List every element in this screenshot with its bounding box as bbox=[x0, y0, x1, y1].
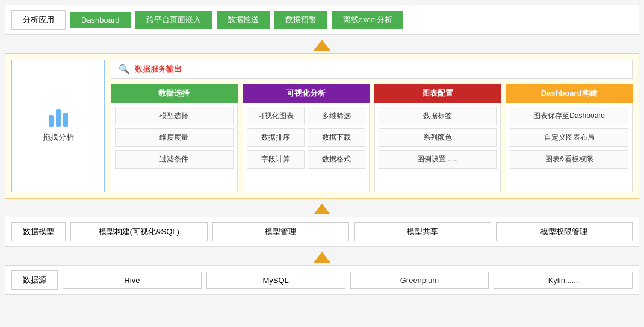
search-output-label: 数据服务输出 bbox=[135, 64, 182, 75]
data-select-item-2[interactable]: 过滤条件 bbox=[115, 150, 234, 169]
viz-analysis-items-grid: 可视化图表 多维筛选 数据排序 数据下载 字段计算 数据格式 bbox=[247, 107, 365, 169]
row2-right: 🔍 数据服务输出 数据选择 模型选择 维度度量 过滤条件 可视化分析 bbox=[111, 60, 633, 192]
data-select-item-0[interactable]: 模型选择 bbox=[115, 107, 234, 125]
chart-config-item-1[interactable]: 系列颜色 bbox=[379, 128, 497, 147]
col-data-select: 数据选择 模型选择 维度度量 过滤条件 bbox=[111, 84, 238, 192]
model-item-3[interactable]: 模型权限管理 bbox=[496, 222, 633, 241]
viz-item-2[interactable]: 数据排序 bbox=[247, 128, 305, 147]
cross-platform-btn[interactable]: 跨平台页面嵌入 bbox=[135, 11, 212, 29]
model-item-2[interactable]: 模型共享 bbox=[354, 222, 491, 241]
arrow-row-3 bbox=[5, 249, 639, 265]
arrow-up-icon-2 bbox=[314, 204, 330, 214]
dashboard-build-item-2[interactable]: 图表&看板权限 bbox=[510, 150, 628, 169]
arrow-row-2 bbox=[5, 201, 639, 217]
datasource-item-2[interactable]: Greenplum bbox=[350, 272, 489, 289]
drag-analysis-box[interactable]: 拖拽分析 bbox=[11, 60, 105, 192]
viz-item-4[interactable]: 字段计算 bbox=[247, 150, 305, 169]
datasource-item-0[interactable]: Hive bbox=[63, 272, 202, 289]
viz-item-1[interactable]: 多维筛选 bbox=[308, 107, 365, 125]
row4-data-source: 数据源 Hive MySQL Greenplum Kylin...... bbox=[5, 265, 639, 295]
col-data-select-header: 数据选择 bbox=[111, 84, 238, 103]
model-item-1[interactable]: 模型管理 bbox=[212, 222, 350, 241]
col-chart-config-header: 图表配置 bbox=[374, 84, 501, 103]
datasource-item-3[interactable]: Kylin...... bbox=[494, 272, 633, 289]
drag-icon bbox=[49, 109, 68, 127]
col-chart-config-body: 数据标签 系列颜色 图例设置...... bbox=[374, 103, 501, 192]
col-viz-analysis-body: 可视化图表 多维筛选 数据排序 数据下载 字段计算 数据格式 bbox=[243, 103, 370, 192]
search-icon: 🔍 bbox=[119, 64, 130, 75]
col-chart-config: 图表配置 数据标签 系列颜色 图例设置...... bbox=[374, 84, 501, 192]
col-dashboard-build: Dashboard构建 图表保存至Dashboard 自定义图表布局 图表&看板… bbox=[506, 84, 633, 192]
col-grid: 数据选择 模型选择 维度度量 过滤条件 可视化分析 可视化图表 多维筛选 数 bbox=[111, 84, 633, 192]
col-viz-analysis-header: 可视化分析 bbox=[243, 84, 370, 103]
main-container: 分析应用 Dashboard 跨平台页面嵌入 数据推送 数据预警 离线excel… bbox=[0, 0, 644, 302]
dashboard-btn[interactable]: Dashboard bbox=[70, 12, 131, 28]
arrow-up-icon-3 bbox=[314, 252, 330, 263]
offline-excel-btn[interactable]: 离线excel分析 bbox=[332, 11, 403, 29]
row2-drag-analysis: 拖拽分析 🔍 数据服务输出 数据选择 模型选择 维度度量 过滤条件 bbox=[5, 53, 639, 199]
col-data-select-body: 模型选择 维度度量 过滤条件 bbox=[111, 103, 238, 192]
row3-data-model: 数据模型 模型构建(可视化&SQL) 模型管理 模型共享 模型权限管理 bbox=[5, 217, 639, 247]
drag-label: 拖拽分析 bbox=[43, 132, 74, 143]
data-model-label: 数据模型 bbox=[11, 222, 66, 241]
data-source-label: 数据源 bbox=[11, 270, 58, 290]
viz-item-3[interactable]: 数据下载 bbox=[308, 128, 365, 147]
datasource-item-1[interactable]: MySQL bbox=[206, 272, 345, 289]
data-warning-btn[interactable]: 数据预警 bbox=[274, 11, 327, 29]
row1-analysis-app: 分析应用 Dashboard 跨平台页面嵌入 数据推送 数据预警 离线excel… bbox=[5, 5, 639, 35]
model-item-0[interactable]: 模型构建(可视化&SQL) bbox=[70, 222, 208, 241]
col-dashboard-build-body: 图表保存至Dashboard 自定义图表布局 图表&看板权限 bbox=[506, 103, 633, 192]
col-dashboard-build-header: Dashboard构建 bbox=[506, 84, 633, 103]
analysis-app-label: 分析应用 bbox=[11, 10, 66, 30]
chart-config-item-0[interactable]: 数据标签 bbox=[379, 107, 497, 125]
data-select-item-1[interactable]: 维度度量 bbox=[115, 128, 234, 147]
search-bar: 🔍 数据服务输出 bbox=[111, 60, 633, 79]
viz-item-5[interactable]: 数据格式 bbox=[308, 150, 365, 169]
arrow-row-1 bbox=[5, 37, 639, 53]
data-push-btn[interactable]: 数据推送 bbox=[217, 11, 270, 29]
viz-item-0[interactable]: 可视化图表 bbox=[247, 107, 305, 125]
col-viz-analysis: 可视化分析 可视化图表 多维筛选 数据排序 数据下载 字段计算 数据格式 bbox=[243, 84, 370, 192]
arrow-up-icon-1 bbox=[314, 40, 330, 51]
dashboard-build-item-0[interactable]: 图表保存至Dashboard bbox=[510, 107, 628, 125]
chart-config-item-2[interactable]: 图例设置...... bbox=[379, 150, 497, 169]
dashboard-build-item-1[interactable]: 自定义图表布局 bbox=[510, 128, 628, 147]
